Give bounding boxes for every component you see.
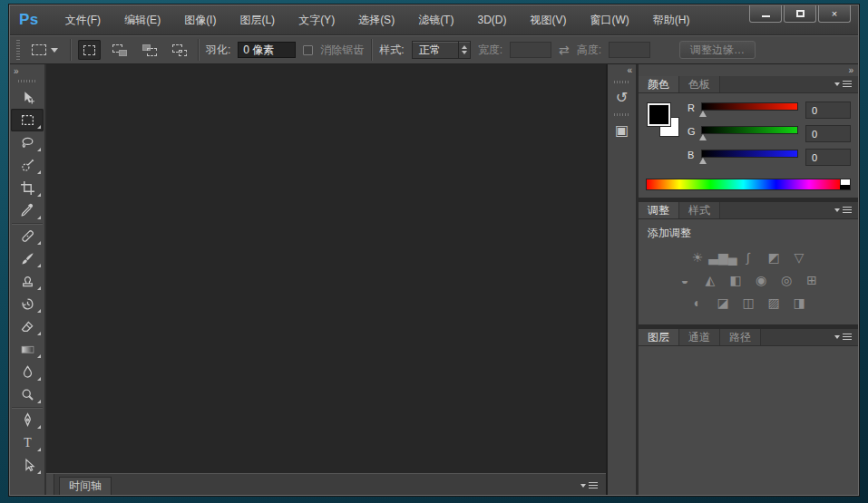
foreground-color-swatch[interactable] xyxy=(648,103,670,126)
intersect-selection-mode-button[interactable] xyxy=(168,40,190,60)
spinner-icon[interactable] xyxy=(458,42,470,58)
height-input[interactable] xyxy=(609,42,650,58)
timeline-tab[interactable]: 时间轴 xyxy=(59,477,112,495)
toolbar-gripper[interactable] xyxy=(18,80,36,82)
type-tool[interactable]: T xyxy=(11,431,44,454)
gradient-tool[interactable] xyxy=(11,338,44,361)
adjustments-panel-menu-icon[interactable] xyxy=(828,202,858,218)
refine-edge-button[interactable]: 调整边缘… xyxy=(679,41,756,59)
width-input[interactable] xyxy=(510,42,551,58)
menu-window[interactable]: 窗口(W) xyxy=(578,5,640,34)
rectangular-marquee-tool[interactable] xyxy=(11,109,44,131)
menu-help[interactable]: 帮助(H) xyxy=(641,5,702,34)
collapse-dock-button[interactable]: » xyxy=(639,64,858,76)
menu-layer[interactable]: 图层(L) xyxy=(228,5,287,34)
dodge-tool[interactable] xyxy=(11,383,44,406)
vibrance-icon[interactable]: ▽ xyxy=(790,249,808,266)
invert-icon[interactable]: ◐ xyxy=(688,295,707,311)
menu-type[interactable]: 文字(Y) xyxy=(287,5,346,34)
green-value-input[interactable]: 0 xyxy=(805,125,851,142)
color-spectrum-ramp[interactable] xyxy=(646,179,851,190)
exposure-icon[interactable]: ◩ xyxy=(765,249,783,266)
red-value-input[interactable]: 0 xyxy=(805,102,851,119)
menu-filter[interactable]: 滤镜(T) xyxy=(406,5,465,34)
close-button[interactable]: × xyxy=(818,5,851,23)
tab-paths[interactable]: 路径 xyxy=(720,329,761,345)
channel-mixer-icon[interactable]: ◎ xyxy=(777,272,795,288)
black-swatch[interactable] xyxy=(840,185,850,190)
menu-edit[interactable]: 编辑(E) xyxy=(112,5,172,34)
3d-panel-icon[interactable]: ▣ xyxy=(609,118,636,141)
menu-3d[interactable]: 3D(D) xyxy=(465,5,518,34)
tab-adjustments[interactable]: 调整 xyxy=(639,202,679,218)
timeline-gripper[interactable] xyxy=(46,474,54,495)
strip-gripper[interactable] xyxy=(614,113,630,116)
tab-styles[interactable]: 样式 xyxy=(679,202,720,218)
minimize-button[interactable] xyxy=(749,5,782,23)
strip-gripper[interactable] xyxy=(614,81,630,83)
menu-select[interactable]: 选择(S) xyxy=(346,5,406,34)
color-balance-icon[interactable]: ◭ xyxy=(701,272,719,288)
style-dropdown[interactable]: 正常 xyxy=(412,41,471,59)
pen-tool[interactable] xyxy=(11,409,44,431)
tab-channels[interactable]: 通道 xyxy=(679,329,720,345)
gradient-map-icon[interactable]: ▨ xyxy=(765,295,783,311)
blur-tool[interactable] xyxy=(11,361,44,383)
quick-selection-tool[interactable] xyxy=(11,154,44,177)
spot-healing-brush-tool[interactable] xyxy=(11,225,44,247)
move-tool[interactable] xyxy=(11,86,44,109)
slider-thumb-icon[interactable] xyxy=(699,134,707,140)
tab-swatches[interactable]: 色板 xyxy=(679,76,720,92)
add-selection-mode-button[interactable] xyxy=(108,40,131,60)
eraser-tool[interactable] xyxy=(11,315,44,338)
blue-slider[interactable] xyxy=(701,150,798,158)
feather-label: 羽化: xyxy=(206,43,230,58)
black-white-icon[interactable]: ◧ xyxy=(727,272,745,288)
red-slider[interactable] xyxy=(701,102,798,111)
timeline-menu-icon[interactable] xyxy=(580,482,598,489)
color-panel-menu-icon[interactable] xyxy=(828,76,858,92)
tab-color[interactable]: 颜色 xyxy=(639,76,679,92)
curves-icon[interactable]: ∫ xyxy=(739,249,757,266)
history-panel-icon[interactable]: ↺ xyxy=(609,85,636,109)
history-brush-tool[interactable] xyxy=(11,293,44,315)
slider-thumb-icon[interactable] xyxy=(699,158,707,164)
brush-tool[interactable] xyxy=(11,247,44,270)
options-bar-gripper[interactable] xyxy=(16,40,20,60)
levels-icon[interactable]: ▃▆▄ xyxy=(714,249,732,266)
swap-dimensions-icon[interactable]: ⇄ xyxy=(559,43,570,57)
hue-saturation-icon[interactable]: ◒ xyxy=(676,272,694,288)
green-slider[interactable] xyxy=(701,126,798,134)
posterize-icon[interactable]: ◪ xyxy=(714,295,732,311)
feather-input[interactable]: 0 像素 xyxy=(238,42,296,58)
new-selection-mode-button[interactable] xyxy=(78,40,101,60)
clone-stamp-tool[interactable] xyxy=(11,270,44,293)
crop-tool[interactable] xyxy=(11,177,44,199)
tool-preset-picker[interactable] xyxy=(27,43,63,57)
tool-flyout-icon xyxy=(37,216,41,219)
blue-value-input[interactable]: 0 xyxy=(805,149,851,166)
lasso-tool[interactable] xyxy=(11,131,44,154)
menu-image[interactable]: 图像(I) xyxy=(172,5,228,34)
maximize-button[interactable] xyxy=(784,5,816,23)
photoshop-logo: Ps xyxy=(10,11,54,29)
photo-filter-icon[interactable]: ◉ xyxy=(752,272,770,288)
path-selection-tool[interactable] xyxy=(11,454,44,477)
eyedropper-tool[interactable] xyxy=(11,199,44,222)
layers-panel-menu-icon[interactable] xyxy=(828,329,858,345)
expand-strip-button[interactable]: « xyxy=(608,64,636,76)
slider-thumb-icon[interactable] xyxy=(699,111,707,117)
toolbar-collapse-button[interactable]: » xyxy=(10,65,23,78)
selective-color-icon[interactable]: ◨ xyxy=(790,295,808,311)
tab-layers[interactable]: 图层 xyxy=(639,329,679,345)
spectrum-gradient[interactable] xyxy=(647,179,840,189)
subtract-selection-mode-button[interactable] xyxy=(138,40,161,60)
color-lookup-icon[interactable]: ⊞ xyxy=(803,272,821,288)
menu-file[interactable]: 文件(F) xyxy=(54,5,112,34)
antialias-checkbox[interactable] xyxy=(303,45,313,55)
chevron-down-icon xyxy=(51,48,58,53)
menu-view[interactable]: 视图(V) xyxy=(518,5,578,34)
brightness-contrast-icon[interactable]: ☀ xyxy=(688,249,707,266)
adjustment-icons-row-1: ☀ ▃▆▄ ∫ ◩ ▽ xyxy=(648,249,849,266)
threshold-icon[interactable]: ◫ xyxy=(739,295,757,311)
